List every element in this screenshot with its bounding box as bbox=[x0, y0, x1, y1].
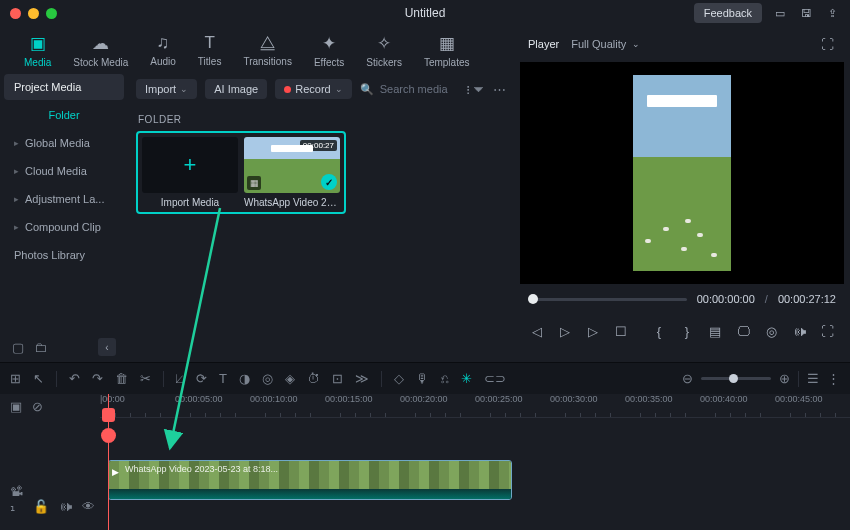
zoom-out-icon[interactable]: ⊖ bbox=[682, 371, 693, 386]
track-lock-icon[interactable]: 🔓 bbox=[33, 499, 49, 514]
split-icon[interactable]: ✂ bbox=[140, 371, 151, 386]
sidebar-item-cloud-media[interactable]: ▸Cloud Media bbox=[4, 158, 124, 184]
volume-icon[interactable]: 🕪 bbox=[790, 322, 808, 340]
expand-icon[interactable]: ⊡ bbox=[332, 371, 343, 386]
playhead-grip[interactable] bbox=[101, 428, 116, 443]
sidebar-item-project-media[interactable]: Project Media bbox=[4, 74, 124, 100]
track-video-icon[interactable]: 📽₁ bbox=[10, 484, 23, 514]
link-icon[interactable]: ⊂⊃ bbox=[484, 371, 506, 386]
select-tool-icon[interactable]: ↖ bbox=[33, 371, 44, 386]
next-frame-icon[interactable]: ▷ bbox=[584, 322, 602, 340]
snapshot-icon[interactable]: ⛶ bbox=[818, 35, 836, 53]
search-input[interactable]: 🔍Search media bbox=[360, 83, 448, 96]
play-icon[interactable]: ▷ bbox=[556, 322, 574, 340]
search-icon: 🔍 bbox=[360, 83, 374, 96]
tab-media[interactable]: ▣Media bbox=[14, 29, 61, 72]
folder-section-label: FOLDER bbox=[138, 114, 506, 125]
tab-effects[interactable]: ✦Effects bbox=[304, 29, 354, 72]
minimize-window[interactable] bbox=[28, 8, 39, 19]
feedback-button[interactable]: Feedback bbox=[694, 3, 762, 23]
audio-tool-icon[interactable]: 🎙 bbox=[416, 371, 429, 386]
compare-icon[interactable]: ▤ bbox=[706, 322, 724, 340]
timer-icon[interactable]: ⏱ bbox=[307, 371, 320, 386]
timeline-ruler[interactable]: |00:0000:00:05:0000:00:10:0000:00:15:000… bbox=[100, 394, 850, 418]
timeline-clip[interactable]: ▶ WhatsApp Video 2023-05-23 at 8:18... bbox=[108, 460, 512, 500]
zoom-thumb[interactable] bbox=[729, 374, 738, 383]
adjust-icon[interactable]: ◎ bbox=[262, 371, 273, 386]
ai-image-button[interactable]: AI Image bbox=[205, 79, 267, 99]
zoom-in-icon[interactable]: ⊕ bbox=[779, 371, 790, 386]
save-icon[interactable]: 🖫 bbox=[798, 5, 814, 21]
timeline: ▣ ⊘ 📽₁ 🔓 🕪 👁 |00:0000:00:05:0000:00:10:0… bbox=[0, 394, 850, 530]
close-window[interactable] bbox=[10, 8, 21, 19]
crop-icon[interactable]: ⟀ bbox=[176, 371, 184, 386]
timeline-settings-icon[interactable]: ⋮ bbox=[827, 371, 840, 386]
text-tool-icon[interactable]: T bbox=[219, 371, 227, 386]
speed-icon[interactable]: ⟳ bbox=[196, 371, 207, 386]
media-content: Import ⌄ AI Image Record ⌄ 🔍Search media… bbox=[128, 74, 514, 362]
camera-icon[interactable]: ◎ bbox=[762, 322, 780, 340]
scrubber-thumb[interactable] bbox=[528, 294, 538, 304]
new-bin-icon[interactable]: ▢ bbox=[12, 340, 24, 355]
tab-stock-media[interactable]: ☁Stock Media bbox=[63, 29, 138, 72]
sidebar-item-adjustment-layer[interactable]: ▸Adjustment La... bbox=[4, 186, 124, 212]
color-icon[interactable]: ◑ bbox=[239, 371, 250, 386]
playback-quality-select[interactable]: Full Quality⌄ bbox=[571, 38, 640, 50]
display-icon[interactable]: 🖵 bbox=[734, 322, 752, 340]
playhead[interactable] bbox=[108, 394, 109, 530]
player-viewport[interactable] bbox=[520, 62, 844, 284]
titlebar: Untitled Feedback ▭ 🖫 ⇪ bbox=[0, 0, 850, 26]
keyframe-icon[interactable]: ◈ bbox=[285, 371, 295, 386]
ruler-label: 00:00:45:00 bbox=[775, 394, 823, 404]
stop-icon[interactable]: ☐ bbox=[612, 322, 630, 340]
timeline-view-icon[interactable]: ☰ bbox=[807, 371, 819, 386]
tab-stickers[interactable]: ✧Stickers bbox=[356, 29, 412, 72]
sidebar-item-compound-clip[interactable]: ▸Compound Clip bbox=[4, 214, 124, 240]
zoom-slider[interactable] bbox=[701, 377, 771, 380]
record-icon bbox=[284, 86, 291, 93]
tab-audio[interactable]: ♫Audio bbox=[140, 29, 186, 71]
sidebar-item-global-media[interactable]: ▸Global Media bbox=[4, 130, 124, 156]
magnet-icon[interactable]: ✳ bbox=[461, 371, 472, 386]
track-add-icon[interactable]: ▣ bbox=[10, 399, 22, 414]
chevron-down-icon: ⌄ bbox=[180, 84, 188, 94]
delete-icon[interactable]: 🗑 bbox=[115, 371, 128, 386]
info-badge-icon: ▦ bbox=[247, 176, 261, 190]
clip-label: WhatsApp Video 2023-05-23 at 8:18... bbox=[125, 464, 278, 474]
track-mute-icon[interactable]: 🕪 bbox=[59, 499, 72, 514]
chevron-right-icon: ▸ bbox=[14, 194, 19, 204]
export-icon[interactable]: ⇪ bbox=[824, 5, 840, 21]
pointer-tool-icon[interactable]: ⊞ bbox=[10, 371, 21, 386]
media-icon: ▣ bbox=[30, 33, 46, 54]
maximize-window[interactable] bbox=[46, 8, 57, 19]
media-sidebar: Project Media Folder ▸Global Media ▸Clou… bbox=[0, 74, 128, 362]
tab-transitions[interactable]: ⧋Transitions bbox=[233, 29, 302, 71]
sidebar-item-folder[interactable]: Folder bbox=[4, 102, 124, 128]
collapse-sidebar-button[interactable]: ‹ bbox=[98, 338, 116, 356]
tab-templates[interactable]: ▦Templates bbox=[414, 29, 480, 72]
redo-icon[interactable]: ↷ bbox=[92, 371, 103, 386]
mark-in-icon[interactable]: { bbox=[650, 322, 668, 340]
mixer-icon[interactable]: ⎌ bbox=[441, 371, 449, 386]
layout-icon[interactable]: ▭ bbox=[772, 5, 788, 21]
undo-icon[interactable]: ↶ bbox=[69, 371, 80, 386]
chevron-right-icon: ▸ bbox=[14, 222, 19, 232]
prev-frame-icon[interactable]: ◁ bbox=[528, 322, 546, 340]
sidebar-item-photos-library[interactable]: Photos Library bbox=[4, 242, 124, 268]
marker-icon[interactable]: ◇ bbox=[394, 371, 404, 386]
more-tools-icon[interactable]: ≫ bbox=[355, 371, 369, 386]
fullscreen-icon[interactable]: ⛶ bbox=[818, 322, 836, 340]
record-button[interactable]: Record ⌄ bbox=[275, 79, 351, 99]
import-media-card[interactable]: + Import Media bbox=[142, 137, 238, 208]
tab-titles[interactable]: TTitles bbox=[188, 29, 232, 71]
track-link-icon[interactable]: ⊘ bbox=[32, 399, 43, 414]
mark-out-icon[interactable]: } bbox=[678, 322, 696, 340]
filter-icon[interactable]: ⫶⏷ bbox=[465, 82, 485, 97]
import-button[interactable]: Import ⌄ bbox=[136, 79, 197, 99]
media-clip-card[interactable]: 00:00:27 ▦ ✓ WhatsApp Video 202... bbox=[244, 137, 340, 208]
player-scrubber[interactable] bbox=[528, 298, 687, 301]
new-folder-icon[interactable]: 🗀 bbox=[34, 340, 47, 355]
more-icon[interactable]: ⋯ bbox=[493, 82, 506, 97]
track-visible-icon[interactable]: 👁 bbox=[82, 499, 95, 514]
plus-icon: + bbox=[184, 152, 197, 178]
